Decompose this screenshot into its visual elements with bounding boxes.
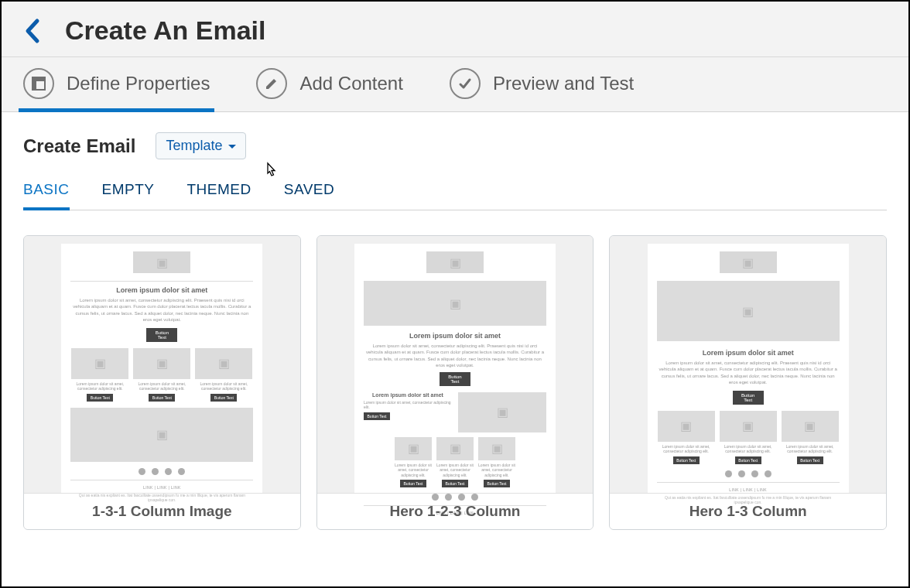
cursor-pointer-icon	[262, 162, 279, 183]
image-placeholder-icon: ▣	[156, 255, 168, 270]
mock-paragraph: Lorem ipsum dolor sit amet, consectetur …	[72, 297, 251, 323]
svg-rect-2	[32, 81, 36, 90]
mock-heading: Lorem ipsum dolor sit amet	[70, 286, 253, 294]
template-preview: ▣ Lorem ipsum dolor sit amet Lorem ipsum…	[24, 236, 300, 493]
back-icon[interactable]	[23, 18, 42, 44]
page-title: Create An Email	[65, 15, 266, 46]
step-label: Add Content	[299, 73, 402, 94]
template-card[interactable]: ▣ ▣ Lorem ipsum dolor sit amet Lorem ips…	[316, 235, 594, 530]
check-icon	[450, 68, 481, 99]
template-dropdown-label: Template	[166, 138, 222, 154]
properties-icon	[23, 68, 54, 99]
template-category-tabs: BASIC EMPTY THEMED SAVED	[23, 181, 887, 210]
template-preview: ▣ ▣ Lorem ipsum dolor sit amet Lorem ips…	[610, 236, 886, 493]
svg-rect-1	[32, 77, 45, 81]
step-label: Define Properties	[67, 73, 210, 94]
step-label: Preview and Test	[493, 73, 634, 94]
template-card-grid: ▣ Lorem ipsum dolor sit amet Lorem ipsum…	[2, 218, 908, 530]
step-define-properties[interactable]: Define Properties	[23, 68, 210, 111]
template-card[interactable]: ▣ Lorem ipsum dolor sit amet Lorem ipsum…	[23, 235, 301, 530]
template-card[interactable]: ▣ ▣ Lorem ipsum dolor sit amet Lorem ips…	[609, 235, 887, 530]
page-header: Create An Email	[2, 2, 908, 57]
template-dropdown-button[interactable]: Template	[156, 132, 246, 159]
tab-themed[interactable]: THEMED	[186, 181, 251, 210]
step-add-content[interactable]: Add Content	[256, 68, 402, 111]
tab-empty[interactable]: EMPTY	[102, 181, 155, 210]
chevron-down-icon	[228, 145, 236, 152]
mock-button: Button Text	[146, 328, 177, 342]
pencil-icon	[256, 68, 287, 99]
section-heading: Create Email	[23, 135, 135, 157]
mock-links: LINK | LINK | LINK	[70, 485, 253, 490]
mock-footer: Qui as eatia nis expliant es. Itat fascu…	[70, 493, 253, 503]
image-placeholder-icon: ▣	[450, 296, 461, 311]
image-placeholder-icon: ▣	[742, 304, 754, 319]
content-area: Create Email Template BASIC EMPTY THEMED…	[2, 112, 908, 218]
step-preview-test[interactable]: Preview and Test	[450, 68, 634, 111]
tab-saved[interactable]: SAVED	[284, 181, 335, 210]
wizard-steps: Define Properties Add Content Preview an…	[2, 57, 908, 112]
template-preview: ▣ ▣ Lorem ipsum dolor sit amet Lorem ips…	[317, 236, 594, 493]
tab-basic[interactable]: BASIC	[23, 181, 70, 210]
image-placeholder-icon: ▣	[156, 427, 168, 442]
